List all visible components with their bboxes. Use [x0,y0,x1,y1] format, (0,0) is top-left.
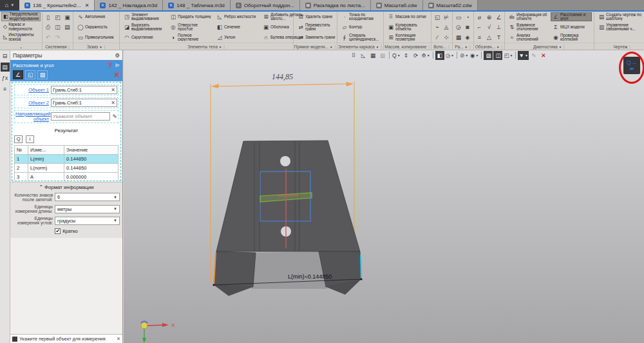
tab-document-6[interactable]: ▤ Масштаб.cdw [371,0,423,10]
table-row[interactable]: 3A0.000000 [15,172,118,181]
btn-contour[interactable]: ▱Контур [339,23,384,32]
btn-extrude[interactable]: ◳Элемент выдавливания [122,12,167,21]
cancel-command-icon[interactable]: ✕ [114,71,120,79]
group-name-system[interactable]: Системная ┆ [43,43,73,50]
edge-highlight-cyan[interactable] [361,255,361,279]
mode-wireframe-surfaces[interactable]: ◇Каркас и поверхности [1,23,41,32]
open-doc-icon[interactable]: ◰ [53,12,62,22]
rough-icon[interactable]: √ [484,23,494,32]
mode-sketch-tools[interactable]: ◺Инструменты эскиза [1,33,41,42]
help-icon[interactable]: ❓ [106,63,113,68]
btn-replace-faces[interactable]: ⇌Заменить грани [296,33,341,42]
btn-copy-objects[interactable]: ▣Копировать объекты [386,23,431,32]
table-row[interactable]: 2L(norm)0.144850 [15,163,118,172]
tab-document-5[interactable]: ▤ Раскладка по листа... [300,0,371,10]
options-list-icon[interactable]: ⊫ [115,63,120,68]
tab-document-3[interactable]: K 148 _ Табличка.m3d [163,0,231,10]
btn-rib[interactable]: ◺Ребро жесткости [214,12,260,21]
btn-mutual-deviation[interactable]: ⇅Взаимное отклонение [507,23,549,32]
abort-icon[interactable]: ✕ [539,51,548,60]
save-icon[interactable]: ▣ [62,12,72,22]
ghost-view-icon[interactable]: ◉▼ [469,51,479,60]
brief-checkbox[interactable]: ✔ [55,228,61,234]
gear-icon[interactable]: ⚙ [115,52,120,59]
menu-lines-icon[interactable]: ≡ [1,84,10,93]
new-doc-icon[interactable]: ▯ [43,12,53,22]
pan-icon[interactable]: ⇕ [402,51,411,60]
btn-full-round[interactable]: ◗Полное скругление [168,33,213,42]
btn-spiral[interactable]: ∮Спираль цилиндрическ... [339,33,384,42]
tool-distance-angle-icon[interactable]: ∠ [13,70,23,79]
clear-icon[interactable]: ✕ [111,87,115,93]
btn-mass-properties[interactable]: ΣМЦХ модели [551,23,592,32]
btn-delete-faces[interactable]: ⊟Удалить грани [296,12,341,21]
btn-cut-extrude[interactable]: ◪Вырезать выдавливанием [122,23,167,32]
bracket-left-leg[interactable] [214,251,256,287]
group-name-body[interactable]: Элементы тела ▼ ┆ [120,43,293,50]
tab-document-1[interactable]: K 136 _ Кронштейн2... ✕ [19,0,95,10]
leader-icon[interactable]: ⌐ [475,23,484,32]
close-icon[interactable]: ✕ [85,3,90,8]
btn-manage-linked[interactable]: ▥Управление связанными ч... [596,23,644,32]
edit-pencil-icon[interactable]: ✎ [529,51,538,60]
layout-sheet-icon[interactable]: ▭ [454,12,463,22]
tab-document-2[interactable]: K 142 _ Накладка.m3d [95,0,163,10]
preview-icon[interactable]: ◫ [53,23,62,32]
object2-value[interactable]: Грань.Сгиб:1✕ [51,99,117,107]
layout-cut-icon[interactable]: ◙ [463,23,472,32]
btn-geometry-collection[interactable]: ⊞Коллекция геометрии [386,33,431,42]
group-name-drawing[interactable]: Чертеж ┆ [594,43,644,50]
btn-rectangle[interactable]: ▭Прямоугольник [75,33,120,42]
aux-axis-icon[interactable]: ⊬ [442,12,451,22]
aux-cs-icon[interactable]: ⊹ [442,32,451,42]
parameters-panel-icon[interactable]: ▤ [1,63,10,72]
tab-document-4[interactable]: ⌗ Оборотный поддон... [231,0,300,10]
origin-sphere[interactable] [141,322,147,329]
orientation-icon[interactable]: ⟰▼ [421,51,431,60]
tool-measure-edge-icon[interactable]: ◱ [25,70,35,79]
col-number[interactable]: № [15,145,28,154]
close-icon[interactable]: ✕ [117,336,120,342]
sketch-plane-icon[interactable]: ◺ [359,51,368,60]
toolbar-grip[interactable]: ⠿ [349,51,358,60]
btn-simple-hole[interactable]: ◎Отверстие простое [168,23,213,32]
btn-create-drawing[interactable]: ▤Создать чертеж по шаблону [596,12,644,21]
rotate-view-icon[interactable]: ⟳ [412,51,421,60]
aux-sketch-icon[interactable]: ∕ [433,32,442,42]
length-units-select[interactable]: метры▼ [55,205,120,213]
object1-value[interactable]: Грань.Сгиб:1✕ [51,86,117,94]
btn-thicken[interactable]: ◫Придать толщину [168,12,213,21]
base-icon[interactable]: ⊥ [494,23,504,32]
shaded-view-icon[interactable]: ◧ [435,51,444,60]
hole-top[interactable] [280,156,290,166]
hide-objects-icon[interactable]: ⊘▼ [459,51,469,60]
zoom-icon[interactable]: Q▼ [392,51,401,60]
eraser-icon[interactable]: ⌀ [475,12,484,22]
aux-line-icon[interactable]: ⌁ [433,23,442,32]
mode-solid-modeling[interactable]: ◧Твердотельное моделирование [1,12,41,21]
aux-plane-icon[interactable]: ◱ [433,12,442,22]
section-view-icon[interactable]: ◫ [493,51,502,60]
text-icon[interactable]: Т [494,32,504,42]
btn-point-coords[interactable]: ∙Точка по координатам [339,12,384,21]
btn-draft[interactable]: ◿Уклон [214,33,260,42]
decimals-select[interactable]: 6▼ [55,193,120,201]
local-section-icon[interactable]: ◰▼ [503,51,513,60]
dimension-text[interactable]: 144,85 [272,72,293,81]
group-name-layout[interactable]: Ра... ▼ ┆ [453,43,473,50]
group-name-array[interactable]: Массив, копирование ┆ [384,43,431,50]
btn-object-info[interactable]: 🖮Информация об объекте [507,12,549,21]
col-value[interactable]: Значение [64,145,118,154]
model-viewport[interactable]: 144,85 [124,50,644,343]
tolerance-icon[interactable]: △ [484,32,494,42]
save-as-icon[interactable]: ▤ [62,23,72,32]
info-icon[interactable]: i [26,135,34,143]
btn-section[interactable]: ◧Сечение [214,23,260,32]
tool-measure-area-icon[interactable]: ▨ [37,70,48,79]
btn-move-faces[interactable]: ⇄Переместить грани [296,23,341,32]
home-button[interactable]: ⌂▼ [0,0,19,10]
group-name-sketch[interactable]: Эскиз ▼ ┆ [73,43,119,50]
object1-link[interactable]: Объект 1 [15,88,49,93]
format-info-header[interactable]: ⌃ Формат информации [10,182,122,192]
create-sketch-icon[interactable]: ▦ [368,51,377,60]
